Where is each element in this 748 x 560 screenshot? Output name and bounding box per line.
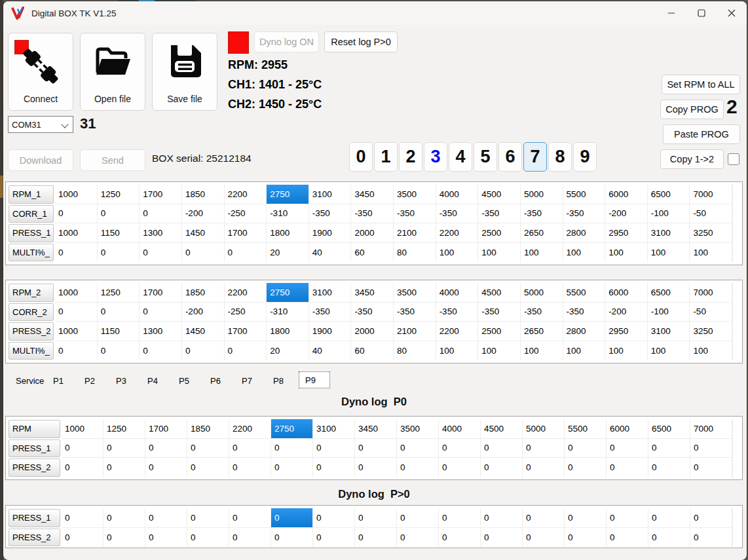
row-header-press_2[interactable]: PRESS_2 — [9, 458, 60, 477]
save-file-button[interactable]: Save file — [152, 33, 217, 111]
tab-p3[interactable]: P3 — [110, 373, 141, 388]
grid-cell[interactable]: 2200 — [436, 223, 479, 243]
grid-cell[interactable]: 1850 — [187, 419, 229, 439]
tab-p8[interactable]: P8 — [267, 373, 299, 388]
grid-cell[interactable]: 5500 — [563, 185, 606, 204]
grid-cell[interactable]: 100 — [563, 341, 606, 361]
grid-cell[interactable]: 2750 — [267, 283, 309, 303]
grid-cell[interactable]: 1900 — [309, 223, 352, 243]
grid-cell[interactable]: 100 — [521, 243, 563, 263]
grid-cell[interactable]: 0 — [271, 528, 313, 548]
grid-cell[interactable]: 1150 — [98, 223, 140, 243]
grid-cell[interactable]: -350 — [394, 204, 436, 224]
grid-cell[interactable]: 0 — [271, 508, 313, 528]
grid-cell[interactable]: -350 — [563, 204, 606, 224]
grid-cell[interactable]: 0 — [397, 528, 439, 548]
grid-cell[interactable]: -50 — [690, 303, 732, 322]
grid-cell[interactable]: 0 — [565, 508, 607, 528]
row-header-press_1[interactable]: PRESS_1 — [9, 509, 60, 527]
grid-cell[interactable]: 100 — [605, 341, 648, 361]
grid-cell[interactable]: 0 — [355, 439, 397, 458]
grid-cell[interactable]: 2750 — [271, 419, 313, 439]
grid-cell[interactable]: -250 — [225, 303, 267, 322]
grid-cell[interactable]: 3450 — [355, 419, 397, 439]
grid-cell[interactable]: 0 — [397, 439, 439, 458]
connect-button[interactable]: Connect — [8, 33, 73, 111]
row-header-corr_2[interactable]: CORR_2 — [9, 303, 54, 322]
grid-cell[interactable]: -350 — [478, 204, 521, 224]
grid-cell[interactable]: 1250 — [98, 283, 140, 303]
grid-cell[interactable]: 1900 — [309, 322, 352, 341]
minimize-button[interactable] — [656, 1, 686, 25]
grid-cell[interactable]: 1000 — [55, 322, 98, 341]
grid-cell[interactable]: 0 — [648, 508, 690, 528]
grid-cell[interactable]: 0 — [439, 508, 481, 528]
grid-cell[interactable]: 4000 — [436, 185, 479, 204]
prog-digit-4[interactable]: 4 — [449, 142, 472, 172]
grid-cell[interactable]: -350 — [351, 303, 394, 322]
grid-cell[interactable]: 2650 — [521, 322, 563, 341]
grid-cell[interactable]: 0 — [229, 439, 271, 458]
grid-cell[interactable]: 1700 — [140, 185, 182, 204]
grid-cell[interactable]: 0 — [145, 528, 187, 548]
grid-cell[interactable]: 0 — [145, 458, 187, 477]
grid-cell[interactable]: 0 — [98, 243, 140, 263]
grid-cell[interactable]: 60 — [351, 243, 394, 263]
grid-cell[interactable]: 0 — [565, 458, 607, 477]
grid-cell[interactable]: 2800 — [563, 322, 606, 341]
grid-cell[interactable]: 0 — [187, 528, 229, 548]
grid-cell[interactable]: 1000 — [62, 419, 103, 439]
grid-cell[interactable]: 0 — [187, 458, 229, 477]
grid-cell[interactable]: 3500 — [394, 185, 436, 204]
com-port-select[interactable]: COM31 — [8, 116, 73, 133]
grid-cell[interactable]: 100 — [648, 243, 690, 263]
set-rpm-to-all-button[interactable]: Set RPM to ALL — [662, 75, 740, 94]
grid-cell[interactable]: 4000 — [439, 419, 481, 439]
prog-digit-9[interactable]: 9 — [573, 142, 597, 172]
grid-cell[interactable]: 100 — [648, 341, 690, 361]
grid-cell[interactable]: -200 — [605, 303, 648, 322]
grid-cell[interactable]: 0 — [103, 528, 145, 548]
grid-cell[interactable]: 6000 — [605, 185, 648, 204]
grid-cell[interactable]: 0 — [140, 243, 182, 263]
grid-cell[interactable]: 2650 — [521, 223, 563, 243]
grid-cell[interactable]: 0 — [523, 528, 565, 548]
grid-cell[interactable]: 0 — [229, 528, 271, 548]
grid-cell[interactable]: 3500 — [397, 419, 439, 439]
grid-cell[interactable]: 100 — [690, 243, 732, 263]
grid-cell[interactable]: 2200 — [436, 322, 479, 341]
grid-cell[interactable]: 1300 — [140, 322, 182, 341]
prog-digit-5[interactable]: 5 — [474, 142, 497, 172]
grid-cell[interactable]: 0 — [355, 528, 397, 548]
grid-cell[interactable]: 0 — [523, 439, 565, 458]
grid-cell[interactable]: 0 — [55, 204, 98, 224]
grid-cell[interactable]: 2950 — [605, 322, 648, 341]
send-button[interactable]: Send — [80, 149, 145, 171]
grid-cell[interactable]: 0 — [565, 528, 607, 548]
row-header-multi%_[interactable]: MULTI%_ — [9, 342, 54, 360]
grid-cell[interactable]: 3100 — [648, 223, 690, 243]
grid-cell[interactable]: 0 — [55, 243, 98, 263]
grid-cell[interactable]: 2750 — [267, 185, 309, 204]
row-header-press_1[interactable]: PRESS_1 — [9, 439, 60, 458]
grid-cell[interactable]: 1800 — [267, 322, 309, 341]
grid-cell[interactable]: 0 — [225, 243, 267, 263]
grid-cell[interactable]: 0 — [62, 508, 103, 528]
row-header-multi%_[interactable]: MULTI%_ — [9, 244, 54, 262]
grid-cell[interactable]: 7000 — [690, 419, 732, 439]
grid-cell[interactable]: 0 — [62, 458, 103, 477]
grid-cell[interactable]: -310 — [267, 204, 309, 224]
grid-cell[interactable]: 1850 — [182, 283, 225, 303]
grid-cell[interactable]: 0 — [313, 439, 355, 458]
grid-cell[interactable]: 0 — [607, 528, 648, 548]
grid-cell[interactable]: 0 — [481, 528, 523, 548]
grid-cell[interactable]: -350 — [309, 204, 352, 224]
grid-cell[interactable]: 2200 — [229, 419, 271, 439]
grid-cell[interactable]: 0 — [523, 508, 565, 528]
grid-cell[interactable]: 40 — [309, 243, 352, 263]
grid-cell[interactable]: 20 — [267, 243, 309, 263]
reset-log-button[interactable]: Reset log P>0 — [324, 31, 398, 52]
grid-cell[interactable]: -50 — [690, 204, 732, 224]
grid-cell[interactable]: 2500 — [478, 322, 521, 341]
dyno-log-on-button[interactable]: Dyno log ON — [254, 31, 319, 52]
